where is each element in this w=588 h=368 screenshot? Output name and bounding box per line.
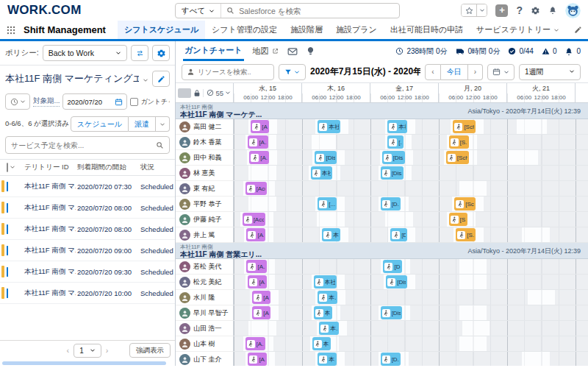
checkbox-unchecked[interactable]: [130, 98, 138, 106]
resource-name-cell[interactable]: 鈴木 香菜: [176, 135, 234, 150]
resource-name-cell[interactable]: 東 有紀: [176, 181, 234, 197]
appointment-bar[interactable]: [A...: [248, 275, 266, 289]
appointment-bar[interactable]: [...: [318, 197, 336, 210]
lock-icon[interactable]: [193, 89, 201, 97]
favorites-caret-icon[interactable]: [476, 4, 487, 16]
appointment-bar[interactable]: [Sch...: [446, 151, 469, 164]
day-column-header[interactable]: 金, 1706:0012:0018:00: [370, 83, 439, 102]
email-icon[interactable]: [287, 47, 298, 56]
resource-name-cell[interactable]: 田中 和義: [176, 150, 234, 166]
filter-button[interactable]: [279, 64, 306, 80]
row-checkbox[interactable]: [7, 182, 8, 191]
app-launcher-icon[interactable]: [6, 25, 16, 35]
service-search[interactable]: [5, 136, 170, 154]
setup-gear-icon[interactable]: [531, 6, 540, 15]
global-search-input[interactable]: [234, 7, 399, 15]
col-status[interactable]: 状況: [139, 160, 175, 176]
help-icon[interactable]: ?: [516, 4, 523, 16]
appointment-bar[interactable]: 本...: [319, 322, 339, 335]
appointment-bar[interactable]: [Acc...: [243, 213, 265, 226]
calendar-icon[interactable]: [115, 98, 123, 106]
appointment-bar[interactable]: [A...: [246, 260, 266, 273]
appointment-bar[interactable]: [Acc...: [245, 182, 267, 195]
resource-search-input[interactable]: [198, 68, 257, 76]
dispatch-button[interactable]: 派遣: [129, 116, 156, 132]
service-appointment-row[interactable]: 本社11F 南側 マ...2020/07/20 09:00Scheduled: [0, 240, 175, 261]
appointment-bar[interactable]: 本...: [322, 228, 340, 241]
prev-page-icon[interactable]: ‹: [67, 346, 70, 355]
policy-select[interactable]: Back to Work: [43, 45, 127, 61]
resource-name-cell[interactable]: 平野 恭子: [176, 197, 234, 212]
scrollbar-thumb[interactable]: [2, 361, 166, 365]
appointment-bar[interactable]: 本社...: [318, 120, 340, 133]
territory-caret-icon[interactable]: [143, 77, 148, 83]
appointment-bar[interactable]: [D...: [381, 197, 401, 210]
resource-name-cell[interactable]: 山本 樹: [176, 336, 234, 352]
next-week-button[interactable]: ›: [468, 64, 483, 80]
next-page-icon[interactable]: ›: [106, 346, 109, 355]
appointment-bar[interactable]: [...: [387, 135, 403, 149]
col-territory[interactable]: テリトリー ID: [23, 160, 76, 176]
tab-map[interactable]: 地図: [253, 46, 279, 57]
appointment-bar[interactable]: [A...: [249, 151, 269, 164]
tab-gantt[interactable]: ガントチャート: [183, 41, 244, 61]
service-appointment-row[interactable]: 本社11F 南側 マ...2020/07/20 10:00Scheduled: [0, 283, 175, 304]
user-avatar[interactable]: [565, 3, 581, 18]
appointment-bar[interactable]: [Dis...: [382, 151, 405, 164]
appointment-bar[interactable]: [Dis...: [386, 275, 407, 289]
appointment-bar[interactable]: [Dis...: [381, 166, 404, 180]
settings-gear-icon[interactable]: [152, 45, 170, 61]
row-checkbox[interactable]: [7, 289, 8, 298]
nav-tab[interactable]: サービスリソース: [566, 21, 568, 39]
resource-name-cell[interactable]: 山田 浩一: [176, 321, 234, 336]
gantt-only-checkbox[interactable]: ガントチャートの..: [130, 97, 170, 107]
more-actions-caret[interactable]: [156, 116, 170, 132]
search-scope-dropdown[interactable]: すべて: [176, 4, 221, 18]
group-header[interactable]: 本社11F 南側本社11F 南側 マーケテ...Asia/Tokyo - 202…: [176, 103, 588, 119]
resource-name-cell[interactable]: 山下 圭介: [176, 352, 234, 366]
utilization-dropdown[interactable]: 55: [203, 89, 231, 97]
edit-nav-pencil-icon[interactable]: [574, 26, 582, 34]
notifications-bell-icon[interactable]: [548, 6, 557, 15]
date-field[interactable]: 2020/07/20: [62, 93, 127, 110]
highlight-button[interactable]: 強調表示: [129, 343, 171, 358]
select-all-checkbox[interactable]: [7, 163, 8, 172]
resource-name-cell[interactable]: 松元 美紀: [176, 275, 234, 290]
resource-name-cell[interactable]: 早川 早智子: [176, 305, 234, 321]
insights-bulb-icon[interactable]: [306, 46, 315, 56]
appointment-bar[interactable]: [D...: [381, 353, 401, 366]
nav-tab[interactable]: シフトスケジュール: [118, 21, 205, 39]
day-column-header[interactable]: 水, 1506:0012:0018:00: [234, 83, 302, 102]
nav-tab[interactable]: サービステリトリー: [470, 21, 566, 39]
appointment-bar[interactable]: [A...: [251, 120, 269, 133]
day-column-header[interactable]: 火, 2106:0012:0018:00: [507, 83, 576, 102]
calendar-picker-button[interactable]: [487, 64, 514, 80]
resource-name-cell[interactable]: 若松 美代: [176, 259, 234, 275]
prev-week-button[interactable]: ‹: [425, 64, 440, 80]
add-icon[interactable]: +: [495, 4, 508, 17]
header-caret-icon[interactable]: [10, 164, 15, 170]
row-checkbox[interactable]: [7, 246, 8, 255]
nav-tab[interactable]: シフト管理の設定: [205, 21, 284, 39]
group-header[interactable]: 本社11F 南側本社11F 南側 営業エリ...Asia/Tokyo - 202…: [176, 243, 588, 259]
appointment-bar[interactable]: 本社...: [311, 166, 332, 180]
appointment-bar[interactable]: [S...: [456, 228, 476, 241]
global-search[interactable]: すべて: [175, 3, 400, 18]
page-select[interactable]: 1: [74, 344, 101, 358]
service-appointment-row[interactable]: 本社11F 南側 マ...2020/07/20 08:00Scheduled: [0, 219, 175, 240]
favorites-star-icon[interactable]: [462, 4, 476, 16]
resource-name-cell[interactable]: 林 恵美: [176, 166, 234, 181]
appointment-bar[interactable]: [A...: [246, 228, 265, 241]
appointment-bar[interactable]: [A...: [252, 291, 270, 304]
resource-name-cell[interactable]: 井上 篤: [176, 227, 234, 243]
nav-tab[interactable]: 施設プラン: [329, 21, 384, 39]
appointment-bar[interactable]: [D...: [390, 228, 407, 241]
appointment-bar[interactable]: 本...: [318, 291, 337, 304]
appointment-bar[interactable]: [D...: [383, 260, 401, 273]
row-checkbox[interactable]: [7, 267, 8, 277]
resource-name-cell[interactable]: 高田 健二: [176, 119, 234, 135]
nav-tab[interactable]: 施設階層: [284, 21, 329, 39]
resource-name-cell[interactable]: 伊藤 純子: [176, 212, 234, 227]
row-checkbox[interactable]: [7, 203, 8, 213]
appointment-bar[interactable]: [Dis...: [381, 306, 402, 319]
